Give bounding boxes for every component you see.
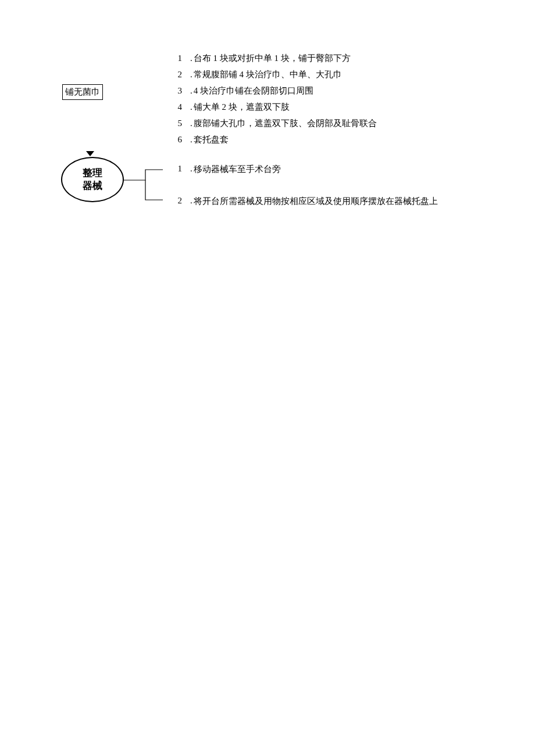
list-item: 5 . 腹部铺大孔巾，遮盖双下肢、会阴部及耻骨联合 bbox=[172, 115, 377, 131]
item-text: 铺大单 2 块，遮盖双下肢 bbox=[194, 99, 290, 115]
list-item: 4 . 铺大单 2 块，遮盖双下肢 bbox=[172, 99, 377, 115]
instruments-steps-list: 1 . 移动器械车至手术台旁 2 . 将开台所需器械及用物按相应区域及使用顺序摆… bbox=[172, 164, 438, 207]
item-dot: . bbox=[190, 50, 192, 66]
draping-steps-list: 1 . 台布 1 块或对折中单 1 块，铺于臀部下方 2 . 常规腹部铺 4 块… bbox=[172, 50, 377, 148]
list-item: 1 . 台布 1 块或对折中单 1 块，铺于臀部下方 bbox=[172, 50, 377, 66]
list-item: 2 . 常规腹部铺 4 块治疗巾、中单、大孔巾 bbox=[172, 66, 377, 83]
node-draping-label: 铺无菌巾 bbox=[65, 87, 100, 96]
item-dot: . bbox=[190, 83, 192, 99]
item-number: 2 bbox=[172, 196, 182, 207]
item-text: 套托盘套 bbox=[194, 131, 229, 148]
item-dot: . bbox=[190, 66, 192, 83]
item-dot: . bbox=[190, 99, 192, 115]
svg-marker-0 bbox=[86, 151, 94, 156]
item-number: 2 bbox=[172, 66, 182, 83]
list-item: 6 . 套托盘套 bbox=[172, 131, 377, 148]
item-number: 1 bbox=[172, 50, 182, 66]
list-item: 3 . 4 块治疗巾铺在会阴部切口周围 bbox=[172, 83, 377, 99]
item-text: 腹部铺大孔巾，遮盖双下肢、会阴部及耻骨联合 bbox=[194, 115, 377, 131]
connector-bracket bbox=[123, 166, 170, 207]
item-text: 移动器械车至手术台旁 bbox=[194, 164, 281, 175]
item-number: 4 bbox=[172, 99, 182, 115]
item-dot: . bbox=[190, 115, 192, 131]
item-text: 台布 1 块或对折中单 1 块，铺于臀部下方 bbox=[194, 50, 351, 66]
diagram-page: 铺无菌巾 1 . 台布 1 块或对折中单 1 块，铺于臀部下方 2 . 常规腹部… bbox=[0, 0, 535, 756]
list-item: 1 . 移动器械车至手术台旁 bbox=[172, 164, 438, 175]
node-instruments-label: 整理 器械 bbox=[83, 167, 102, 192]
item-number: 6 bbox=[172, 131, 182, 148]
item-dot: . bbox=[190, 196, 192, 207]
item-text: 4 块治疗巾铺在会阴部切口周围 bbox=[194, 83, 313, 99]
item-number: 1 bbox=[172, 164, 182, 175]
node-draping: 铺无菌巾 bbox=[62, 84, 103, 100]
list-item: 2 . 将开台所需器械及用物按相应区域及使用顺序摆放在器械托盘上 bbox=[172, 196, 438, 207]
node-instruments: 整理 器械 bbox=[61, 157, 124, 202]
item-number: 3 bbox=[172, 83, 182, 99]
item-text: 将开台所需器械及用物按相应区域及使用顺序摆放在器械托盘上 bbox=[194, 196, 438, 207]
item-text: 常规腹部铺 4 块治疗巾、中单、大孔巾 bbox=[194, 66, 342, 83]
item-dot: . bbox=[190, 164, 192, 175]
item-number: 5 bbox=[172, 115, 182, 131]
item-dot: . bbox=[190, 131, 192, 148]
